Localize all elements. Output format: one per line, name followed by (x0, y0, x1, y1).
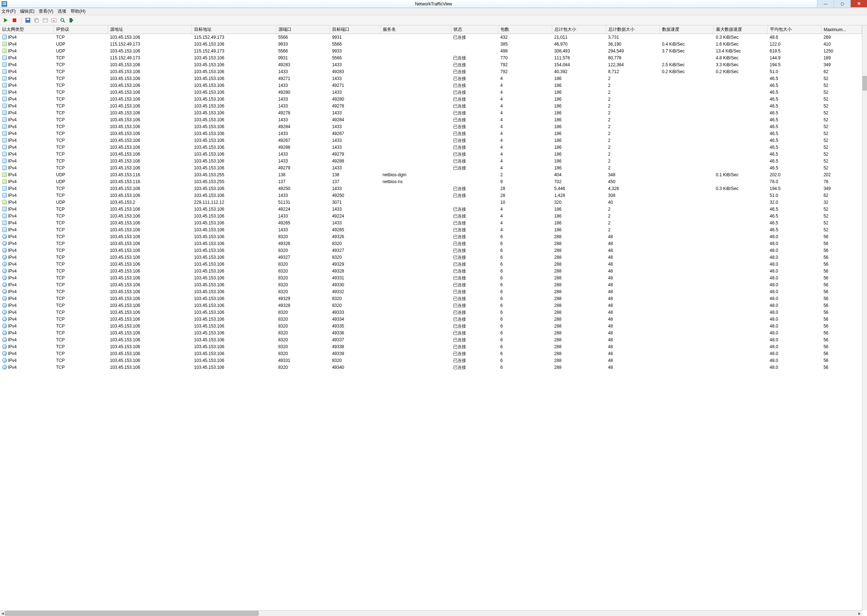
scroll-left-arrow[interactable]: ◀ (0, 611, 5, 616)
table-row[interactable]: IPv4TCP103.45.153.106103.45.153.10683204… (0, 268, 862, 275)
table-row[interactable]: IPv4TCP103.45.153.106103.45.153.10649284… (0, 123, 862, 130)
titlebar[interactable]: NetworkTrafficView — ▢ ✕ (0, 0, 867, 8)
table-row[interactable]: IPv4TCP103.45.153.106103.45.153.10649329… (0, 295, 862, 302)
table-row[interactable]: IPv4TCP103.45.153.106103.45.153.10649271… (0, 75, 862, 82)
table-row[interactable]: IPv4TCP103.45.153.106103.45.153.10683204… (0, 323, 862, 330)
table-row[interactable]: IPv4TCP103.45.153.106103.45.153.10649250… (0, 185, 862, 192)
table-row[interactable]: IPv4TCP103.45.153.106103.45.153.10649328… (0, 302, 862, 309)
scroll-right-arrow[interactable]: ▶ (857, 611, 862, 616)
table-row[interactable]: IPv4TCP103.45.153.106103.45.153.10649327… (0, 254, 862, 261)
cell-tdsz: 48 (606, 357, 660, 364)
table-row[interactable]: IPv4TCP103.45.153.106103.45.153.10683204… (0, 330, 862, 336)
table-row[interactable]: IPv4TCP103.45.153.106103.45.153.10683204… (0, 336, 862, 344)
table-row[interactable]: IPv4TCP103.45.153.106103.45.153.10614334… (0, 226, 862, 233)
menu-file[interactable]: 文件(F) (2, 8, 16, 14)
find-button[interactable] (59, 17, 66, 24)
cell-rate (660, 344, 714, 350)
table-row[interactable]: IPv4TCP103.45.153.106103.45.153.10649331… (0, 357, 862, 364)
table-row[interactable]: IPv4TCP115.152.49.173103.45.153.10699315… (0, 55, 862, 61)
table-row[interactable]: IPv4TCP103.45.153.106103.45.153.10614334… (0, 158, 862, 165)
svg-point-13 (61, 19, 64, 21)
column-header-tdsz[interactable]: 总计数据大小 (606, 25, 660, 34)
table-row[interactable]: IPv4TCP103.45.153.106115.152.49.17355669… (0, 34, 862, 41)
menu-help[interactable]: 帮助(H) (71, 8, 85, 14)
table-row[interactable]: IPv4TCP103.45.153.106103.45.153.10649280… (0, 89, 862, 96)
cell-eth: IPv4 (0, 185, 54, 192)
table-row[interactable]: IPv4TCP103.45.153.106103.45.153.10683204… (0, 364, 862, 371)
menu-options[interactable]: 选项 (58, 8, 66, 14)
table-row[interactable]: IPv4TCP103.45.153.106103.45.153.10683204… (0, 350, 862, 357)
table-row[interactable]: IPv4TCP103.45.153.106103.45.153.10683204… (0, 288, 862, 295)
maximize-button[interactable]: ▢ (834, 0, 850, 7)
start-capture-button[interactable] (2, 17, 9, 24)
minimize-button[interactable]: — (817, 0, 834, 7)
table-row[interactable]: IPv4TCP103.45.153.106103.45.153.10614334… (0, 130, 862, 137)
table-row[interactable]: IPv4UDP103.45.153.2229.111.112.125113130… (0, 199, 862, 206)
close-button[interactable]: ✕ (850, 0, 867, 7)
scrollbar-thumb[interactable] (5, 611, 259, 616)
table-row[interactable]: IPv4UDP103.45.153.116103.45.153.25513813… (0, 171, 862, 178)
cell-tdsz: 2 (606, 213, 660, 220)
exit-button[interactable] (68, 17, 75, 24)
column-header-rate[interactable]: 数据速度 (660, 25, 714, 34)
column-header-tpsz[interactable]: 总计包大小 (552, 25, 606, 34)
cell-tdsz: 48 (606, 316, 660, 323)
table-row[interactable]: IPv4TCP103.45.153.106103.45.153.10614334… (0, 68, 862, 75)
cell-pkts: 6 (498, 240, 552, 247)
cell-svc (380, 165, 451, 171)
column-header-avgsz[interactable]: 平均包大小 (768, 25, 821, 34)
column-header-svc[interactable]: 服务名 (380, 25, 451, 34)
table-row[interactable]: IPv4UDP103.45.153.116103.45.153.25513713… (0, 178, 862, 185)
table-row[interactable]: IPv4TCP103.45.153.106103.45.153.10614334… (0, 116, 862, 123)
table-row[interactable]: IPv4TCP103.45.153.106103.45.153.10649265… (0, 220, 862, 226)
table-row[interactable]: IPv4TCP103.45.153.106103.45.153.10614334… (0, 96, 862, 103)
column-header-max[interactable]: Maximum... (821, 25, 862, 34)
table-row[interactable]: IPv4TCP103.45.153.106103.45.153.10614334… (0, 103, 862, 110)
table-row[interactable]: IPv4TCP103.45.153.106103.45.153.10649279… (0, 165, 862, 171)
horizontal-scrollbar[interactable]: ◀ ▶ (0, 610, 862, 616)
table-row[interactable]: IPv4TCP103.45.153.106103.45.153.10649224… (0, 206, 862, 213)
column-header-eth[interactable]: 以太网类型 (0, 25, 54, 34)
stop-capture-button[interactable] (11, 17, 18, 24)
column-header-dport[interactable]: 目标端口 (330, 25, 380, 34)
table-row[interactable]: IPv4TCP103.45.153.106103.45.153.10683204… (0, 281, 862, 288)
table-row[interactable]: IPv4UDP115.152.49.173103.45.153.10699335… (0, 41, 862, 48)
table-row[interactable]: IPv4TCP103.45.153.106103.45.153.10683204… (0, 233, 862, 240)
table-row[interactable]: IPv4TCP103.45.153.106103.45.153.10683204… (0, 261, 862, 268)
cell-eth: IPv4 (0, 192, 54, 199)
menu-view[interactable]: 查看(V) (39, 8, 53, 14)
copy-button[interactable] (33, 17, 40, 24)
table-row[interactable]: IPv4TCP103.45.153.106103.45.153.10614334… (0, 82, 862, 89)
table-row[interactable]: IPv4TCP103.45.153.106103.45.153.10683204… (0, 247, 862, 254)
table-row[interactable]: IPv4TCP103.45.153.106103.45.153.10683204… (0, 344, 862, 350)
table-row[interactable]: IPv4TCP103.45.153.106103.45.153.10649326… (0, 240, 862, 247)
column-header-maxrate[interactable]: 最大数据速度 (713, 25, 768, 34)
column-header-dst[interactable]: 目标地址 (192, 25, 276, 34)
grid-scroll-area[interactable]: 以太网类型IP协议源地址目标地址源端口目标端口服务名状态包数总计包大小总计数据大… (0, 25, 862, 610)
table-row[interactable]: IPv4TCP103.45.153.106103.45.153.10649283… (0, 61, 862, 68)
save-button[interactable] (24, 17, 32, 24)
vertical-scrollbar[interactable] (862, 25, 867, 610)
column-header-sport[interactable]: 源端口 (276, 25, 330, 34)
properties-button[interactable] (42, 17, 49, 24)
cell-max: 56 (821, 288, 862, 295)
scrollbar-thumb[interactable] (863, 76, 867, 91)
table-row[interactable]: IPv4TCP103.45.153.106103.45.153.10649267… (0, 137, 862, 144)
table-row[interactable]: IPv4UDP103.45.153.106115.152.49.17355669… (0, 48, 862, 55)
column-header-proto[interactable]: IP协议 (54, 25, 108, 34)
column-header-status[interactable]: 状态 (451, 25, 498, 34)
table-row[interactable]: IPv4TCP103.45.153.106103.45.153.10649288… (0, 144, 862, 151)
cell-tpsz: 186 (552, 137, 606, 144)
table-row[interactable]: IPv4TCP103.45.153.106103.45.153.10683204… (0, 309, 862, 316)
column-header-pkts[interactable]: 包数 (498, 25, 552, 34)
cell-sport: 8320 (276, 309, 330, 316)
menu-edit[interactable]: 编辑(E) (20, 8, 35, 14)
options-button[interactable] (50, 17, 58, 24)
table-row[interactable]: IPv4TCP103.45.153.106103.45.153.10683204… (0, 275, 862, 281)
column-header-src[interactable]: 源地址 (107, 25, 192, 34)
table-row[interactable]: IPv4TCP103.45.153.106103.45.153.10614334… (0, 213, 862, 220)
table-row[interactable]: IPv4TCP103.45.153.106103.45.153.10649278… (0, 110, 862, 116)
table-row[interactable]: IPv4TCP103.45.153.106103.45.153.10614334… (0, 151, 862, 158)
table-row[interactable]: IPv4TCP103.45.153.106103.45.153.10614334… (0, 192, 862, 199)
table-row[interactable]: IPv4TCP103.45.153.106103.45.153.10683204… (0, 316, 862, 323)
